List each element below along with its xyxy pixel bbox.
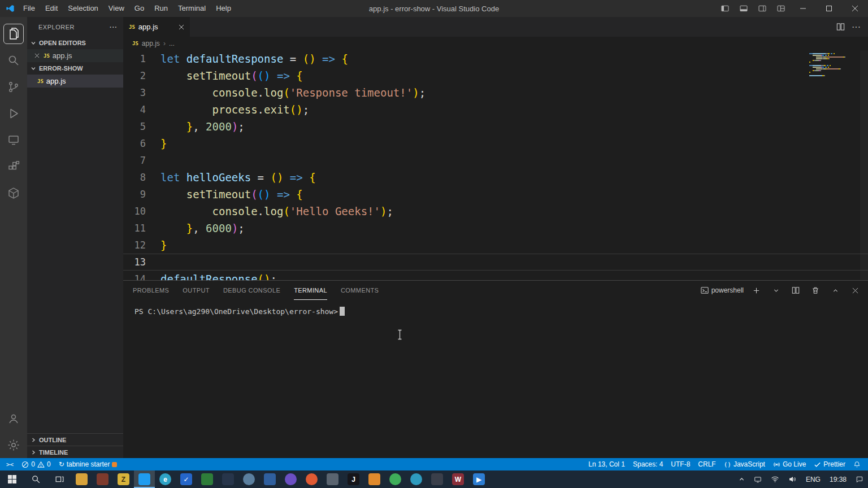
go-live[interactable]: Go Live xyxy=(769,458,810,470)
taskbar-app-app-navy[interactable] xyxy=(218,470,238,488)
taskbar-app-app-w[interactable]: W xyxy=(448,470,468,488)
code-line-10[interactable]: 10 console.log('Hello Geeks!'); xyxy=(123,203,868,220)
tab-terminal[interactable]: TERMINAL xyxy=(294,281,327,300)
code-editor[interactable]: 1let defaultResponse = () => {2 setTimeo… xyxy=(123,50,868,280)
tab-debug-console[interactable]: DEBUG CONSOLE xyxy=(223,281,280,300)
activity-extensions[interactable] xyxy=(0,153,27,180)
maximize-button[interactable] xyxy=(816,0,842,17)
activity-search[interactable] xyxy=(0,47,27,73)
encoding[interactable]: UTF-8 xyxy=(667,458,694,470)
more-actions-icon[interactable]: ··· xyxy=(849,20,863,34)
activity-source-control[interactable] xyxy=(0,73,27,100)
activity-remote-explorer[interactable] xyxy=(0,127,27,153)
taskbar-app-app-blue-check[interactable]: ✓ xyxy=(176,470,197,488)
taskbar-app-app-green-circle[interactable] xyxy=(385,470,406,488)
open-editors-section[interactable]: OPEN EDITORS xyxy=(27,37,123,49)
remote-indicator[interactable]: >< xyxy=(2,458,18,470)
taskbar-app-brave-browser[interactable] xyxy=(301,470,322,488)
code-line-8[interactable]: 8let helloGeeks = () => { xyxy=(123,169,868,186)
tab-output[interactable]: OUTPUT xyxy=(183,281,210,300)
activity-run-debug[interactable] xyxy=(0,100,27,127)
taskbar-app-app-orange[interactable] xyxy=(364,470,385,488)
taskbar-app-edge-browser[interactable]: e xyxy=(155,470,176,488)
problems-indicator[interactable]: 0 0 xyxy=(18,458,54,470)
action-center-icon[interactable] xyxy=(851,470,868,488)
toggle-sidebar-icon[interactable] xyxy=(715,0,734,17)
close-button[interactable] xyxy=(842,0,868,17)
activity-containers[interactable] xyxy=(0,180,27,206)
menu-go[interactable]: Go xyxy=(129,0,149,17)
menu-terminal[interactable]: Terminal xyxy=(173,0,211,17)
close-panel-icon[interactable] xyxy=(848,283,862,298)
taskbar-app-app-globe[interactable] xyxy=(238,470,259,488)
code-line-5[interactable]: 5 }, 2000); xyxy=(123,118,868,135)
breadcrumb-tail[interactable]: ... xyxy=(169,40,175,47)
breadcrumb-file[interactable]: app.js xyxy=(142,40,160,47)
code-line-11[interactable]: 11 }, 6000); xyxy=(123,220,868,237)
taskbar-app-app-blue-monitor[interactable] xyxy=(259,470,280,488)
network-icon[interactable] xyxy=(766,470,784,488)
split-terminal-icon[interactable] xyxy=(788,283,803,298)
taskbar-app-vscode[interactable] xyxy=(134,470,155,488)
code-line-7[interactable]: 7 xyxy=(123,152,868,169)
maximize-panel-icon[interactable] xyxy=(828,283,843,298)
tab-problems[interactable]: PROBLEMS xyxy=(133,281,169,300)
folder-section[interactable]: ERROR-SHOW xyxy=(27,62,123,75)
indentation[interactable]: Spaces: 4 xyxy=(629,458,667,470)
code-line-14[interactable]: 14defaultResponse(); xyxy=(123,271,868,280)
activity-settings[interactable] xyxy=(0,432,27,458)
taskbar-app-file-explorer[interactable] xyxy=(71,470,92,488)
menu-help[interactable]: Help xyxy=(211,0,236,17)
prettier-status[interactable]: Prettier xyxy=(810,458,849,470)
clock[interactable]: 19:38 xyxy=(825,470,851,488)
toggle-secondary-sidebar-icon[interactable] xyxy=(753,0,771,17)
editor-scrollbar[interactable] xyxy=(860,50,868,280)
tab-comments[interactable]: COMMENTS xyxy=(341,281,379,300)
taskbar-app-app-j[interactable]: J xyxy=(343,470,364,488)
start-button[interactable] xyxy=(0,470,24,488)
kill-terminal-trash-icon[interactable] xyxy=(808,283,823,298)
taskbar-app-app-gray[interactable] xyxy=(322,470,343,488)
taskbar-app-app-gold-z[interactable]: Z xyxy=(113,470,134,488)
shell-selector[interactable]: powershell xyxy=(701,286,744,294)
code-line-9[interactable]: 9 setTimeout(() => { xyxy=(123,186,868,203)
hidden-icons-chevron[interactable] xyxy=(734,470,749,488)
new-terminal-icon[interactable] xyxy=(749,283,763,298)
taskbar-app-app-green[interactable] xyxy=(197,470,218,488)
activity-account[interactable] xyxy=(0,405,27,432)
volume-icon[interactable] xyxy=(784,470,801,488)
tray-display-icon[interactable] xyxy=(749,470,766,488)
cursor-position[interactable]: Ln 13, Col 1 xyxy=(584,458,629,470)
taskbar-search[interactable] xyxy=(24,470,47,488)
menu-run[interactable]: Run xyxy=(149,0,173,17)
close-icon[interactable] xyxy=(179,24,184,30)
terminal-content[interactable]: PS C:\Users\ag290\OneDrive\Desktop\error… xyxy=(123,300,868,458)
split-editor-icon[interactable] xyxy=(833,20,848,34)
taskbar-app-app-monitor-dark[interactable] xyxy=(427,470,448,488)
code-line-4[interactable]: 4 process.exit(); xyxy=(123,101,868,118)
outline-section[interactable]: OUTLINE xyxy=(27,433,123,446)
menu-edit[interactable]: Edit xyxy=(40,0,63,17)
toggle-panel-icon[interactable] xyxy=(734,0,753,17)
taskbar-app-app-blue-play[interactable]: ▶ xyxy=(468,470,489,488)
activity-explorer[interactable] xyxy=(0,20,27,47)
open-editor-appjs[interactable]: JS app.js xyxy=(27,49,123,62)
language-indicator[interactable]: ENG xyxy=(801,470,825,488)
code-line-2[interactable]: 2 setTimeout(() => { xyxy=(123,67,868,84)
minimap[interactable] xyxy=(809,53,859,76)
timeline-section[interactable]: TIMELINE xyxy=(27,446,123,458)
code-line-6[interactable]: 6} xyxy=(123,135,868,152)
notifications[interactable] xyxy=(849,458,865,470)
menu-file[interactable]: File xyxy=(18,0,40,17)
code-line-3[interactable]: 3 console.log('Response timeout!'); xyxy=(123,84,868,101)
tree-item-appjs[interactable]: JS app.js xyxy=(27,75,123,88)
taskbar-app-app-purple[interactable] xyxy=(280,470,301,488)
tabnine-status[interactable]: ↻ tabnine starter xyxy=(55,458,121,470)
close-icon[interactable] xyxy=(33,53,41,58)
task-view-button[interactable] xyxy=(47,470,71,488)
customize-layout-icon[interactable] xyxy=(771,0,790,17)
minimize-button[interactable] xyxy=(790,0,816,17)
eol-sequence[interactable]: CRLF xyxy=(694,458,719,470)
menu-selection[interactable]: Selection xyxy=(63,0,103,17)
taskbar-app-app-maroon[interactable] xyxy=(92,470,113,488)
